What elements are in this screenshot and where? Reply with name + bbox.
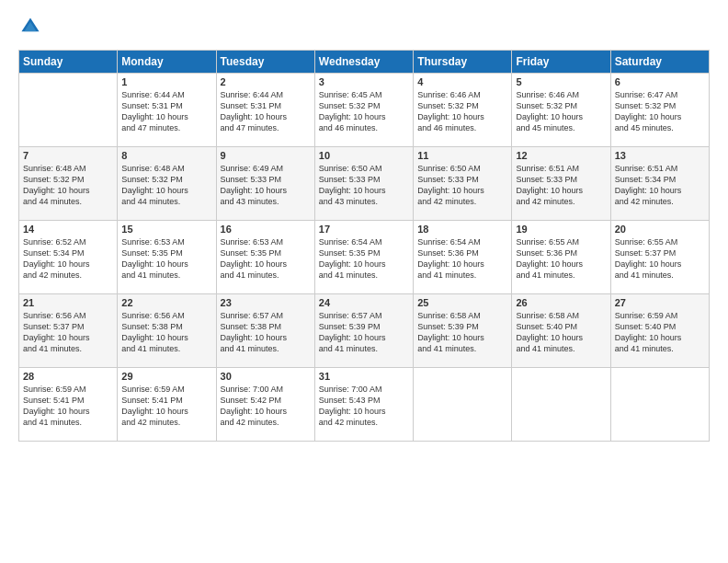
- weekday-header-cell: Monday: [118, 51, 216, 74]
- day-info: Sunrise: 6:57 AMSunset: 5:39 PMDaylight:…: [319, 310, 409, 355]
- calendar-cell: 6Sunrise: 6:47 AMSunset: 5:32 PMDaylight…: [610, 74, 709, 147]
- day-info: Sunrise: 6:46 AMSunset: 5:32 PMDaylight:…: [516, 89, 606, 134]
- day-info: Sunrise: 6:54 AMSunset: 5:35 PMDaylight:…: [319, 236, 409, 282]
- logo: [18, 17, 40, 40]
- weekday-header-cell: Wednesday: [314, 51, 413, 74]
- calendar-cell: 7Sunrise: 6:48 AMSunset: 5:32 PMDaylight…: [19, 147, 118, 221]
- day-number: 18: [417, 224, 507, 235]
- day-info: Sunrise: 6:49 AMSunset: 5:33 PMDaylight:…: [221, 163, 311, 208]
- day-info: Sunrise: 6:53 AMSunset: 5:35 PMDaylight:…: [221, 236, 311, 282]
- day-info: Sunrise: 6:52 AMSunset: 5:34 PMDaylight:…: [23, 236, 113, 282]
- calendar-week-row: 1Sunrise: 6:44 AMSunset: 5:31 PMDaylight…: [19, 74, 710, 147]
- calendar-cell: 10Sunrise: 6:50 AMSunset: 5:33 PMDayligh…: [314, 147, 413, 221]
- calendar-cell: 24Sunrise: 6:57 AMSunset: 5:39 PMDayligh…: [314, 294, 413, 368]
- calendar-cell: 17Sunrise: 6:54 AMSunset: 5:35 PMDayligh…: [314, 221, 413, 294]
- calendar-cell: 28Sunrise: 6:59 AMSunset: 5:41 PMDayligh…: [19, 368, 118, 442]
- calendar-body: 1Sunrise: 6:44 AMSunset: 5:31 PMDaylight…: [19, 74, 710, 442]
- calendar-cell: [414, 368, 512, 442]
- page: SundayMondayTuesdayWednesdayThursdayFrid…: [0, 0, 728, 563]
- day-info: Sunrise: 6:48 AMSunset: 5:32 PMDaylight:…: [23, 163, 113, 208]
- calendar-cell: 21Sunrise: 6:56 AMSunset: 5:37 PMDayligh…: [19, 294, 118, 368]
- day-info: Sunrise: 6:56 AMSunset: 5:37 PMDaylight:…: [23, 310, 113, 355]
- day-number: 9: [221, 150, 311, 161]
- day-info: Sunrise: 6:54 AMSunset: 5:36 PMDaylight:…: [417, 236, 507, 282]
- day-info: Sunrise: 6:44 AMSunset: 5:31 PMDaylight:…: [221, 89, 311, 134]
- day-info: Sunrise: 6:47 AMSunset: 5:32 PMDaylight:…: [615, 89, 705, 134]
- calendar-cell: 27Sunrise: 6:59 AMSunset: 5:40 PMDayligh…: [610, 294, 709, 368]
- calendar-cell: 15Sunrise: 6:53 AMSunset: 5:35 PMDayligh…: [118, 221, 216, 294]
- weekday-header-cell: Saturday: [610, 51, 709, 74]
- calendar-cell: 11Sunrise: 6:50 AMSunset: 5:33 PMDayligh…: [414, 147, 512, 221]
- day-number: 24: [319, 297, 409, 308]
- logo-icon: [20, 17, 40, 37]
- day-number: 21: [23, 297, 113, 308]
- weekday-header-cell: Tuesday: [216, 51, 314, 74]
- calendar-week-row: 7Sunrise: 6:48 AMSunset: 5:32 PMDaylight…: [19, 147, 710, 221]
- day-number: 5: [516, 76, 606, 87]
- day-info: Sunrise: 6:59 AMSunset: 5:41 PMDaylight:…: [23, 384, 113, 429]
- day-number: 22: [121, 297, 211, 308]
- calendar-cell: [19, 74, 118, 147]
- day-number: 15: [121, 224, 211, 235]
- day-info: Sunrise: 6:57 AMSunset: 5:38 PMDaylight:…: [221, 310, 311, 355]
- calendar-cell: 31Sunrise: 7:00 AMSunset: 5:43 PMDayligh…: [314, 368, 413, 442]
- day-info: Sunrise: 6:50 AMSunset: 5:33 PMDaylight:…: [319, 163, 409, 208]
- weekday-header-cell: Friday: [512, 51, 610, 74]
- day-info: Sunrise: 6:46 AMSunset: 5:32 PMDaylight:…: [417, 89, 507, 134]
- day-number: 3: [319, 76, 409, 87]
- day-info: Sunrise: 6:58 AMSunset: 5:40 PMDaylight:…: [516, 310, 606, 355]
- weekday-header-cell: Sunday: [19, 51, 118, 74]
- day-number: 14: [23, 224, 113, 235]
- day-number: 6: [615, 76, 705, 87]
- calendar-week-row: 14Sunrise: 6:52 AMSunset: 5:34 PMDayligh…: [19, 221, 710, 294]
- day-number: 10: [319, 150, 409, 161]
- day-info: Sunrise: 6:45 AMSunset: 5:32 PMDaylight:…: [319, 89, 409, 134]
- day-number: 1: [121, 76, 211, 87]
- day-info: Sunrise: 7:00 AMSunset: 5:43 PMDaylight:…: [319, 384, 409, 429]
- day-number: 19: [516, 224, 606, 235]
- day-number: 26: [516, 297, 606, 308]
- calendar-week-row: 21Sunrise: 6:56 AMSunset: 5:37 PMDayligh…: [19, 294, 710, 368]
- day-info: Sunrise: 6:59 AMSunset: 5:40 PMDaylight:…: [615, 310, 705, 355]
- calendar-cell: 5Sunrise: 6:46 AMSunset: 5:32 PMDaylight…: [512, 74, 610, 147]
- day-number: 20: [615, 224, 705, 235]
- weekday-header-row: SundayMondayTuesdayWednesdayThursdayFrid…: [19, 51, 710, 74]
- day-info: Sunrise: 6:50 AMSunset: 5:33 PMDaylight:…: [417, 163, 507, 208]
- day-number: 17: [319, 224, 409, 235]
- calendar-cell: 12Sunrise: 6:51 AMSunset: 5:33 PMDayligh…: [512, 147, 610, 221]
- day-info: Sunrise: 6:51 AMSunset: 5:34 PMDaylight:…: [615, 163, 705, 208]
- calendar-cell: 23Sunrise: 6:57 AMSunset: 5:38 PMDayligh…: [216, 294, 314, 368]
- calendar-cell: 16Sunrise: 6:53 AMSunset: 5:35 PMDayligh…: [216, 221, 314, 294]
- calendar-table: SundayMondayTuesdayWednesdayThursdayFrid…: [18, 50, 710, 442]
- weekday-header-cell: Thursday: [414, 51, 512, 74]
- day-info: Sunrise: 6:51 AMSunset: 5:33 PMDaylight:…: [516, 163, 606, 208]
- calendar-cell: 14Sunrise: 6:52 AMSunset: 5:34 PMDayligh…: [19, 221, 118, 294]
- day-number: 13: [615, 150, 705, 161]
- calendar-cell: 29Sunrise: 6:59 AMSunset: 5:41 PMDayligh…: [118, 368, 216, 442]
- day-number: 11: [417, 150, 507, 161]
- day-info: Sunrise: 7:00 AMSunset: 5:42 PMDaylight:…: [221, 384, 311, 429]
- calendar-cell: 22Sunrise: 6:56 AMSunset: 5:38 PMDayligh…: [118, 294, 216, 368]
- day-number: 8: [121, 150, 211, 161]
- calendar-cell: 30Sunrise: 7:00 AMSunset: 5:42 PMDayligh…: [216, 368, 314, 442]
- day-info: Sunrise: 6:44 AMSunset: 5:31 PMDaylight:…: [121, 89, 211, 134]
- day-number: 7: [23, 150, 113, 161]
- calendar-cell: 2Sunrise: 6:44 AMSunset: 5:31 PMDaylight…: [216, 74, 314, 147]
- day-number: 30: [221, 371, 311, 382]
- day-info: Sunrise: 6:48 AMSunset: 5:32 PMDaylight:…: [121, 163, 211, 208]
- day-number: 31: [319, 371, 409, 382]
- calendar-cell: 8Sunrise: 6:48 AMSunset: 5:32 PMDaylight…: [118, 147, 216, 221]
- day-info: Sunrise: 6:55 AMSunset: 5:36 PMDaylight:…: [516, 236, 606, 282]
- day-number: 12: [516, 150, 606, 161]
- calendar-cell: 4Sunrise: 6:46 AMSunset: 5:32 PMDaylight…: [414, 74, 512, 147]
- day-info: Sunrise: 6:56 AMSunset: 5:38 PMDaylight:…: [121, 310, 211, 355]
- calendar-cell: 18Sunrise: 6:54 AMSunset: 5:36 PMDayligh…: [414, 221, 512, 294]
- calendar-cell: 1Sunrise: 6:44 AMSunset: 5:31 PMDaylight…: [118, 74, 216, 147]
- day-info: Sunrise: 6:58 AMSunset: 5:39 PMDaylight:…: [417, 310, 507, 355]
- day-number: 27: [615, 297, 705, 308]
- header: [18, 17, 710, 40]
- day-number: 4: [417, 76, 507, 87]
- calendar-cell: 26Sunrise: 6:58 AMSunset: 5:40 PMDayligh…: [512, 294, 610, 368]
- calendar-cell: 9Sunrise: 6:49 AMSunset: 5:33 PMDaylight…: [216, 147, 314, 221]
- calendar-cell: 13Sunrise: 6:51 AMSunset: 5:34 PMDayligh…: [610, 147, 709, 221]
